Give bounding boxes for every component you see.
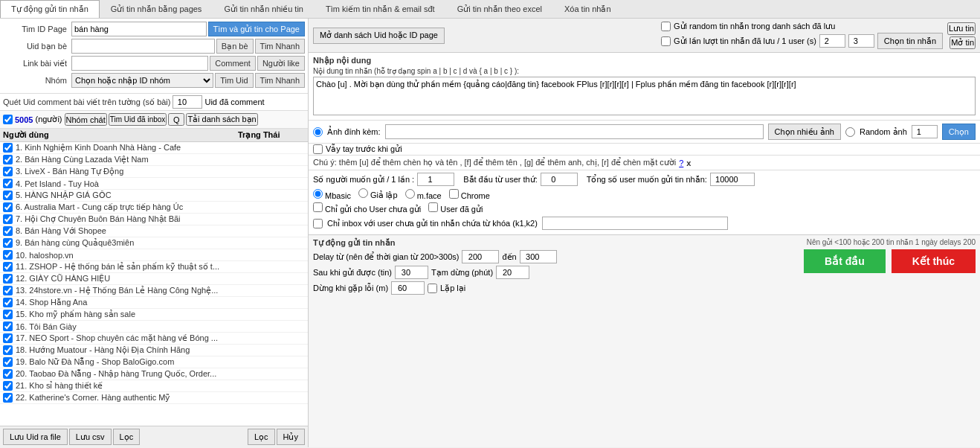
user-checkbox[interactable] — [3, 191, 13, 200]
user-checkbox[interactable] — [3, 167, 13, 176]
user-checkbox[interactable] — [3, 286, 13, 295]
delay-to-input[interactable] — [520, 250, 557, 263]
gia-lap-radio[interactable] — [358, 188, 368, 198]
tam-dung-input[interactable] — [496, 266, 529, 279]
user-checkbox[interactable] — [3, 369, 13, 379]
tab-xoa-tin-nhan[interactable]: Xóa tin nhắn — [553, 0, 622, 18]
chu-y-text: Chú ý: thêm [u] để thêm chèn họ và tên ,… — [313, 158, 676, 167]
uid-ban-be-label: Uid bạn bè — [3, 42, 70, 51]
lap-lai-checkbox[interactable] — [428, 284, 437, 293]
random-anh-radio[interactable] — [845, 127, 855, 137]
user-checkbox[interactable] — [3, 357, 13, 367]
rand-spin2[interactable] — [848, 34, 874, 48]
user-checkbox[interactable] — [3, 310, 13, 319]
ban-be-btn[interactable]: Bạn bè — [216, 39, 254, 54]
chi-gui-user-chua-checkbox[interactable] — [313, 202, 323, 212]
tu-dong-section: Tự động gửi tin nhắn Delay từ (nên để th… — [309, 234, 980, 298]
user-checkbox[interactable] — [3, 214, 13, 224]
user-checkbox[interactable] — [3, 202, 13, 212]
chon-nhieu-anh-btn[interactable]: Chọn nhiều ảnh — [768, 124, 841, 140]
user-checkbox[interactable] — [3, 238, 13, 248]
list-item: 21. Kho sỉ hàng thiết kế — [0, 380, 308, 392]
chon-tin-btn[interactable]: Chọn tin nhắn — [877, 33, 943, 49]
user-checkbox[interactable] — [3, 274, 13, 284]
tab-tu-dong-gui[interactable]: Tự động gửi tin nhắn — [0, 0, 100, 18]
anh-input[interactable] — [385, 124, 764, 139]
user-checkbox[interactable] — [3, 393, 13, 403]
user-checkbox[interactable] — [3, 143, 13, 153]
user-checkbox[interactable] — [3, 262, 13, 272]
loc-btn2[interactable]: Lọc — [248, 429, 275, 445]
comment-btn[interactable]: Comment — [210, 56, 256, 71]
chrome-checkbox[interactable] — [449, 189, 459, 199]
user-checkbox[interactable] — [3, 381, 13, 391]
tim-nhanh-btn[interactable]: Tim Nhanh — [255, 39, 305, 54]
bat-dau-input[interactable] — [541, 173, 578, 186]
user-checkbox[interactable] — [3, 345, 13, 355]
list-item: 4. Pet Island - Tuy Hoà — [0, 178, 308, 190]
rand-checkbox1[interactable] — [661, 22, 671, 31]
anh-radio[interactable] — [313, 127, 323, 137]
bat-dau-btn[interactable]: Bắt đầu — [804, 249, 886, 273]
noidung-textarea[interactable]: Chào [u] . Mời bạn dùng thử phần mềm {qu… — [313, 77, 976, 115]
mface-radio[interactable] — [405, 189, 415, 199]
tab-gui-theo-excel[interactable]: Gửi tin nhắn theo excel — [446, 0, 553, 18]
tab-gui-nhieu-tin[interactable]: Gửi tin nhắn nhiều tin — [213, 0, 315, 18]
tong-so-input[interactable] — [710, 173, 755, 186]
tim-nhanh2-btn[interactable]: Tim Nhanh — [255, 73, 305, 88]
chu-y-close[interactable]: x — [686, 159, 691, 167]
tu-khoa-input[interactable] — [542, 217, 728, 230]
uid-ban-be-input[interactable] — [71, 39, 215, 54]
dung-khi-input[interactable] — [391, 281, 425, 295]
tim-va-gui-btn[interactable]: Tìm và gửi tin cho Page — [208, 22, 305, 36]
rand-checkbox2[interactable] — [661, 36, 671, 46]
luu-uid-ra-file-btn[interactable]: Lưu Uid ra file — [3, 429, 68, 445]
ket-thuc-btn[interactable]: Kết thúc — [892, 249, 976, 273]
loc-btn1[interactable]: Lọc — [113, 429, 141, 445]
tim-id-input[interactable] — [71, 22, 207, 36]
tim-uid-inbox-btn[interactable]: Tim Uid đã inbox — [109, 113, 167, 126]
random-anh-count[interactable] — [912, 125, 938, 138]
nhom-select[interactable]: Chọn hoặc nhập ID nhóm — [71, 73, 213, 88]
user-checkbox[interactable] — [3, 333, 13, 343]
list-item: 11. ZSHOP - Hệ thống bán lẻ sản phẩm kỹ … — [0, 261, 308, 273]
link-bai-viet-input[interactable] — [71, 56, 208, 71]
user-checkbox[interactable] — [3, 226, 13, 236]
tab-tim-kiem[interactable]: Tìm kiếm tin nhắn & email sđt — [315, 0, 446, 18]
huy-btn[interactable]: Hủy — [277, 429, 305, 445]
user-name: 17. NEO Sport - Shop chuyên các mặt hàng… — [16, 333, 238, 343]
mo-tin-btn[interactable]: Mở tin — [950, 36, 976, 49]
sau-khi-input[interactable] — [395, 266, 428, 279]
user-da-gui-checkbox[interactable] — [428, 202, 438, 212]
chon-btn[interactable]: Chọn — [942, 124, 976, 140]
col-user-header: Người dùng — [3, 130, 238, 140]
user-checkbox[interactable] — [3, 298, 13, 307]
user-name: 14. Shop Hằng Ana — [16, 298, 238, 307]
nhom-chat-btn[interactable]: Nhóm chát — [65, 113, 107, 126]
anh-row: Ảnh đính kèm: Chọn nhiều ảnh Random ảnh … — [309, 121, 980, 144]
quet-so-bai-input[interactable] — [173, 95, 202, 109]
select-all-checkbox[interactable] — [3, 115, 13, 124]
luu-tin-btn[interactable]: Lưu tin — [947, 22, 976, 35]
tim-uid-btn[interactable]: Tim Uid — [215, 73, 253, 88]
user-checkbox[interactable] — [3, 155, 13, 164]
tab-gui-bang-pages[interactable]: Gửi tin nhắn bằng pages — [100, 0, 213, 18]
vay-tay-label: Vẫy tay trước khi gửi — [326, 144, 402, 154]
list-item: 12. GIÀY CŨ HÀNG HIỆU — [0, 273, 308, 285]
mo-danh-sach-btn[interactable]: Mở danh sách Uid hoặc ID page — [313, 28, 445, 44]
user-checkbox[interactable] — [3, 179, 13, 188]
nguoi-like-btn[interactable]: Người like — [257, 56, 305, 71]
so-nguoi-input[interactable] — [417, 173, 454, 186]
user-checkbox[interactable] — [3, 321, 13, 331]
rand-spin1[interactable] — [819, 34, 845, 48]
luu-csv-btn[interactable]: Lưu csv — [69, 429, 112, 445]
q-btn[interactable]: Q — [168, 113, 184, 126]
vay-tay-checkbox[interactable] — [313, 144, 323, 154]
chi-inbox-checkbox[interactable] — [313, 219, 323, 228]
tai-danh-sach-btn[interactable]: Tải danh sách bạn — [186, 113, 257, 126]
chu-y-link[interactable]: ? — [679, 159, 683, 167]
list-item: 1. Kinh Nghiệm Kinh Doanh Nhà Hàng - Caf… — [0, 142, 308, 154]
user-checkbox[interactable] — [3, 250, 13, 260]
mbasic-radio[interactable] — [313, 189, 323, 199]
delay-from-input[interactable] — [462, 250, 499, 263]
